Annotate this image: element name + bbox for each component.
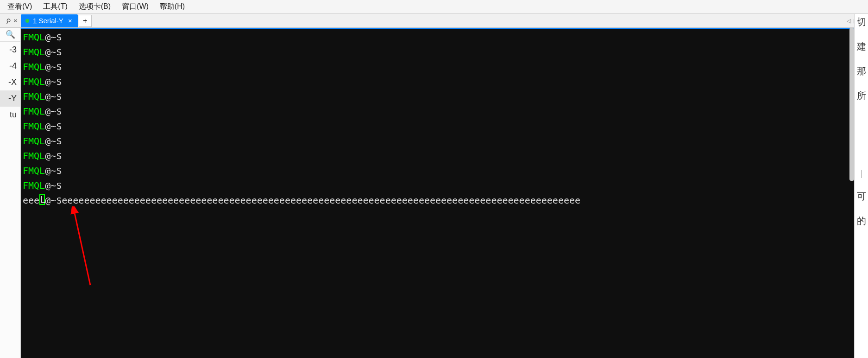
- session-sidebar: 🔍 -3 -4 -X -Y tu: [0, 28, 21, 358]
- right-edge-text: 所: [857, 90, 866, 102]
- terminal[interactable]: FMQL@~$FMQL@~$FMQL@~$FMQL@~$FMQL@~$FMQL@…: [21, 28, 868, 358]
- right-edge-panel: 切 建 那 所 可 的: [854, 14, 868, 358]
- session-item[interactable]: tu: [0, 107, 20, 123]
- scrollbar[interactable]: [849, 28, 854, 181]
- menu-tools[interactable]: 工具(T): [38, 1, 72, 13]
- svg-line-0: [74, 211, 90, 285]
- close-pane-button[interactable]: ×: [13, 17, 18, 24]
- session-item[interactable]: -4: [0, 58, 20, 74]
- session-list: -3 -4 -X -Y tu: [0, 42, 20, 123]
- tab-serial-y[interactable]: 1 Serial-Y ×: [21, 14, 78, 27]
- menu-window[interactable]: 窗口(W): [117, 1, 153, 13]
- tab-bar: ⚲ × 1 Serial-Y × + ◁ ▷ ▾: [0, 14, 868, 28]
- session-item[interactable]: -3: [0, 42, 20, 58]
- menubar: 查看(V) 工具(T) 选项卡(B) 窗口(W) 帮助(H): [0, 0, 868, 14]
- menu-tabs[interactable]: 选项卡(B): [74, 1, 115, 13]
- new-tab-button[interactable]: +: [79, 15, 92, 27]
- right-edge-text: 的: [857, 215, 866, 227]
- right-edge-text: 建: [857, 40, 866, 53]
- right-edge-text: 那: [857, 65, 866, 77]
- status-dot-icon: [25, 19, 29, 23]
- session-item[interactable]: -X: [0, 74, 20, 90]
- terminal-cursor: L: [39, 194, 45, 205]
- pane-controls: ⚲ ×: [0, 14, 21, 27]
- right-edge-text: 可: [857, 190, 866, 203]
- annotation-arrow-icon: [49, 206, 95, 290]
- session-item[interactable]: -Y: [0, 90, 20, 107]
- search-row: 🔍: [0, 28, 20, 42]
- pin-icon[interactable]: ⚲: [5, 16, 13, 25]
- right-edge-text: 切: [857, 16, 866, 28]
- main-area: 🔍 -3 -4 -X -Y tu FMQL@~$FMQL@~$FMQL@~$FM…: [0, 28, 868, 358]
- menu-help[interactable]: 帮助(H): [155, 1, 189, 13]
- tab-label: 1 Serial-Y: [33, 17, 63, 25]
- menu-view[interactable]: 查看(V): [3, 1, 37, 13]
- search-icon[interactable]: 🔍: [6, 30, 15, 39]
- tab-prev-icon[interactable]: ◁: [847, 18, 851, 24]
- close-tab-button[interactable]: ×: [67, 17, 73, 25]
- divider: [861, 170, 862, 178]
